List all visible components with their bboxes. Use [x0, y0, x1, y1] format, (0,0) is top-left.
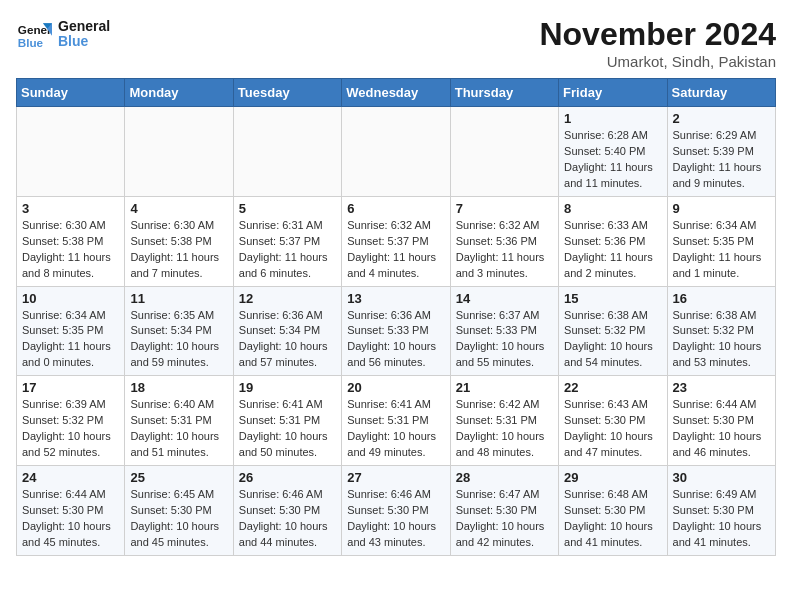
day-number: 23: [673, 380, 770, 395]
day-number: 10: [22, 291, 119, 306]
calendar-cell: 12Sunrise: 6:36 AM Sunset: 5:34 PM Dayli…: [233, 286, 341, 376]
column-header-sunday: Sunday: [17, 79, 125, 107]
calendar-cell: 13Sunrise: 6:36 AM Sunset: 5:33 PM Dayli…: [342, 286, 450, 376]
calendar-week-row: 10Sunrise: 6:34 AM Sunset: 5:35 PM Dayli…: [17, 286, 776, 376]
day-number: 21: [456, 380, 553, 395]
day-number: 20: [347, 380, 444, 395]
location: Umarkot, Sindh, Pakistan: [539, 53, 776, 70]
day-info: Sunrise: 6:36 AM Sunset: 5:34 PM Dayligh…: [239, 308, 336, 372]
day-info: Sunrise: 6:41 AM Sunset: 5:31 PM Dayligh…: [239, 397, 336, 461]
column-header-friday: Friday: [559, 79, 667, 107]
day-number: 15: [564, 291, 661, 306]
calendar-cell: 6Sunrise: 6:32 AM Sunset: 5:37 PM Daylig…: [342, 196, 450, 286]
calendar-cell: 15Sunrise: 6:38 AM Sunset: 5:32 PM Dayli…: [559, 286, 667, 376]
day-number: 9: [673, 201, 770, 216]
day-info: Sunrise: 6:34 AM Sunset: 5:35 PM Dayligh…: [22, 308, 119, 372]
day-number: 11: [130, 291, 227, 306]
calendar-cell: 26Sunrise: 6:46 AM Sunset: 5:30 PM Dayli…: [233, 466, 341, 556]
logo-icon: General Blue: [16, 16, 52, 52]
day-info: Sunrise: 6:31 AM Sunset: 5:37 PM Dayligh…: [239, 218, 336, 282]
calendar-cell: [17, 107, 125, 197]
day-info: Sunrise: 6:39 AM Sunset: 5:32 PM Dayligh…: [22, 397, 119, 461]
day-info: Sunrise: 6:36 AM Sunset: 5:33 PM Dayligh…: [347, 308, 444, 372]
day-info: Sunrise: 6:42 AM Sunset: 5:31 PM Dayligh…: [456, 397, 553, 461]
day-number: 19: [239, 380, 336, 395]
calendar-week-row: 1Sunrise: 6:28 AM Sunset: 5:40 PM Daylig…: [17, 107, 776, 197]
day-info: Sunrise: 6:38 AM Sunset: 5:32 PM Dayligh…: [564, 308, 661, 372]
day-number: 12: [239, 291, 336, 306]
calendar-cell: 29Sunrise: 6:48 AM Sunset: 5:30 PM Dayli…: [559, 466, 667, 556]
calendar-cell: 22Sunrise: 6:43 AM Sunset: 5:30 PM Dayli…: [559, 376, 667, 466]
day-info: Sunrise: 6:43 AM Sunset: 5:30 PM Dayligh…: [564, 397, 661, 461]
day-number: 22: [564, 380, 661, 395]
calendar-week-row: 3Sunrise: 6:30 AM Sunset: 5:38 PM Daylig…: [17, 196, 776, 286]
day-info: Sunrise: 6:30 AM Sunset: 5:38 PM Dayligh…: [130, 218, 227, 282]
calendar-cell: 18Sunrise: 6:40 AM Sunset: 5:31 PM Dayli…: [125, 376, 233, 466]
day-info: Sunrise: 6:38 AM Sunset: 5:32 PM Dayligh…: [673, 308, 770, 372]
calendar-week-row: 24Sunrise: 6:44 AM Sunset: 5:30 PM Dayli…: [17, 466, 776, 556]
calendar-cell: 7Sunrise: 6:32 AM Sunset: 5:36 PM Daylig…: [450, 196, 558, 286]
column-header-monday: Monday: [125, 79, 233, 107]
calendar-cell: 3Sunrise: 6:30 AM Sunset: 5:38 PM Daylig…: [17, 196, 125, 286]
month-title: November 2024: [539, 16, 776, 53]
day-info: Sunrise: 6:44 AM Sunset: 5:30 PM Dayligh…: [673, 397, 770, 461]
day-number: 5: [239, 201, 336, 216]
svg-text:Blue: Blue: [18, 36, 44, 49]
title-block: November 2024 Umarkot, Sindh, Pakistan: [539, 16, 776, 70]
day-info: Sunrise: 6:34 AM Sunset: 5:35 PM Dayligh…: [673, 218, 770, 282]
calendar-cell: [450, 107, 558, 197]
day-number: 17: [22, 380, 119, 395]
calendar-cell: 4Sunrise: 6:30 AM Sunset: 5:38 PM Daylig…: [125, 196, 233, 286]
day-number: 1: [564, 111, 661, 126]
day-info: Sunrise: 6:32 AM Sunset: 5:37 PM Dayligh…: [347, 218, 444, 282]
day-number: 4: [130, 201, 227, 216]
calendar-cell: 17Sunrise: 6:39 AM Sunset: 5:32 PM Dayli…: [17, 376, 125, 466]
day-number: 14: [456, 291, 553, 306]
calendar-cell: 5Sunrise: 6:31 AM Sunset: 5:37 PM Daylig…: [233, 196, 341, 286]
day-info: Sunrise: 6:33 AM Sunset: 5:36 PM Dayligh…: [564, 218, 661, 282]
calendar-cell: 2Sunrise: 6:29 AM Sunset: 5:39 PM Daylig…: [667, 107, 775, 197]
calendar-cell: [342, 107, 450, 197]
day-number: 8: [564, 201, 661, 216]
calendar-cell: 8Sunrise: 6:33 AM Sunset: 5:36 PM Daylig…: [559, 196, 667, 286]
day-info: Sunrise: 6:29 AM Sunset: 5:39 PM Dayligh…: [673, 128, 770, 192]
logo-line1: General: [58, 19, 110, 34]
calendar-cell: 16Sunrise: 6:38 AM Sunset: 5:32 PM Dayli…: [667, 286, 775, 376]
calendar-cell: 27Sunrise: 6:46 AM Sunset: 5:30 PM Dayli…: [342, 466, 450, 556]
day-number: 16: [673, 291, 770, 306]
day-info: Sunrise: 6:44 AM Sunset: 5:30 PM Dayligh…: [22, 487, 119, 551]
day-info: Sunrise: 6:46 AM Sunset: 5:30 PM Dayligh…: [239, 487, 336, 551]
day-info: Sunrise: 6:41 AM Sunset: 5:31 PM Dayligh…: [347, 397, 444, 461]
column-header-wednesday: Wednesday: [342, 79, 450, 107]
day-info: Sunrise: 6:40 AM Sunset: 5:31 PM Dayligh…: [130, 397, 227, 461]
column-header-saturday: Saturday: [667, 79, 775, 107]
calendar-cell: 24Sunrise: 6:44 AM Sunset: 5:30 PM Dayli…: [17, 466, 125, 556]
day-number: 25: [130, 470, 227, 485]
day-info: Sunrise: 6:49 AM Sunset: 5:30 PM Dayligh…: [673, 487, 770, 551]
day-number: 30: [673, 470, 770, 485]
day-number: 26: [239, 470, 336, 485]
day-info: Sunrise: 6:48 AM Sunset: 5:30 PM Dayligh…: [564, 487, 661, 551]
day-info: Sunrise: 6:37 AM Sunset: 5:33 PM Dayligh…: [456, 308, 553, 372]
day-info: Sunrise: 6:35 AM Sunset: 5:34 PM Dayligh…: [130, 308, 227, 372]
column-header-thursday: Thursday: [450, 79, 558, 107]
day-number: 29: [564, 470, 661, 485]
calendar-cell: [125, 107, 233, 197]
day-number: 2: [673, 111, 770, 126]
day-number: 3: [22, 201, 119, 216]
column-header-tuesday: Tuesday: [233, 79, 341, 107]
day-info: Sunrise: 6:28 AM Sunset: 5:40 PM Dayligh…: [564, 128, 661, 192]
calendar-cell: 19Sunrise: 6:41 AM Sunset: 5:31 PM Dayli…: [233, 376, 341, 466]
calendar-week-row: 17Sunrise: 6:39 AM Sunset: 5:32 PM Dayli…: [17, 376, 776, 466]
day-number: 6: [347, 201, 444, 216]
calendar-cell: 25Sunrise: 6:45 AM Sunset: 5:30 PM Dayli…: [125, 466, 233, 556]
day-number: 18: [130, 380, 227, 395]
day-number: 27: [347, 470, 444, 485]
day-number: 28: [456, 470, 553, 485]
day-info: Sunrise: 6:30 AM Sunset: 5:38 PM Dayligh…: [22, 218, 119, 282]
day-info: Sunrise: 6:47 AM Sunset: 5:30 PM Dayligh…: [456, 487, 553, 551]
logo: General Blue General Blue: [16, 16, 110, 52]
day-info: Sunrise: 6:45 AM Sunset: 5:30 PM Dayligh…: [130, 487, 227, 551]
day-number: 7: [456, 201, 553, 216]
day-number: 24: [22, 470, 119, 485]
